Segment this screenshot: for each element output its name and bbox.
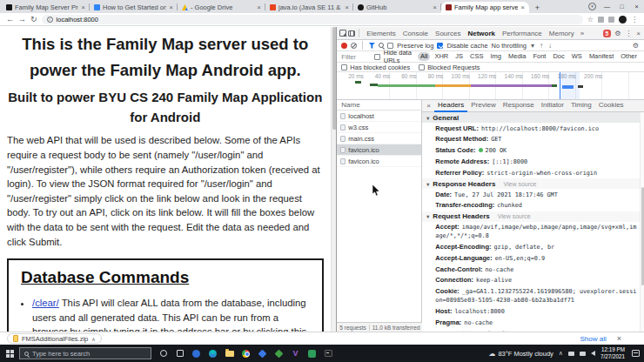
task-view-button[interactable] — [171, 345, 188, 362]
taskbar-search-input[interactable]: Type here to search — [19, 347, 151, 359]
hidden-icons-caret[interactable]: ∧ — [559, 350, 563, 357]
download-item[interactable]: FMSAdditionalFiles.zip ∧ — [7, 333, 102, 344]
app-button[interactable] — [188, 345, 205, 362]
filter-pill[interactable]: CSS — [467, 52, 486, 61]
extension-icon[interactable] — [598, 17, 604, 23]
throttling-dropdown-icon[interactable]: ▾ — [530, 42, 535, 50]
hide-data-urls-checkbox[interactable] — [374, 54, 380, 60]
name-column-header[interactable]: Name — [337, 100, 421, 111]
devtools-tab[interactable]: Sources — [432, 27, 464, 40]
blocked-option[interactable]: Blocked Requests — [419, 64, 480, 71]
details-tab[interactable]: Preview — [467, 100, 499, 112]
profile-avatar[interactable] — [619, 16, 627, 23]
filter-input[interactable]: Filter — [341, 53, 370, 61]
filter-pill[interactable]: Img — [487, 52, 504, 61]
throttling-select[interactable]: No throttling — [492, 42, 527, 50]
request-row[interactable]: favicon.ico — [337, 156, 421, 167]
url-input[interactable]: i localhost:8000 — [42, 15, 583, 24]
page-scrollbar[interactable] — [331, 27, 337, 332]
device-toolbar-icon[interactable] — [348, 30, 355, 37]
tab-close-icon[interactable]: × — [81, 3, 85, 11]
maximize-button[interactable]: □ — [614, 0, 629, 12]
devtools-tab[interactable]: Console — [399, 27, 432, 40]
new-tab-button[interactable]: + — [532, 2, 543, 13]
minimize-button[interactable]: — — [600, 0, 614, 12]
error-count-badge[interactable]: 5 — [603, 30, 612, 37]
browser-tab[interactable]: Family Map app server × — [441, 2, 529, 13]
app-button[interactable] — [304, 345, 320, 362]
search-icon[interactable] — [379, 43, 384, 48]
tray-app-icon[interactable] — [568, 352, 574, 356]
record-icon[interactable] — [341, 43, 347, 49]
start-button[interactable] — [0, 345, 19, 362]
action-center-icon[interactable] — [632, 350, 640, 357]
browser-tab[interactable]: java.io (Java SE 11 & JDK 11) × — [265, 2, 353, 13]
cortana-button[interactable] — [155, 345, 171, 362]
browser-menu-kebab-icon[interactable]: ⋮ — [631, 16, 638, 23]
extension-icon[interactable] — [608, 17, 614, 23]
reload-icon[interactable]: ↻ — [30, 15, 37, 23]
back-icon[interactable]: ← — [6, 15, 14, 23]
details-tab[interactable]: Headers — [434, 100, 467, 112]
close-shelf-icon[interactable]: × — [617, 334, 621, 343]
tab-close-icon[interactable]: × — [345, 3, 349, 11]
site-info-icon[interactable]: i — [47, 17, 53, 23]
browser-tab[interactable]: GitHub × — [353, 2, 441, 13]
devtools-tab[interactable]: Performance — [499, 27, 546, 40]
request-headers-section-header[interactable]: ▾ Request Headers View source — [422, 211, 644, 222]
details-tab[interactable]: Timing — [567, 100, 595, 112]
close-button[interactable]: × — [629, 0, 644, 12]
devtools-menu-kebab-icon[interactable]: ⋮ — [624, 30, 633, 37]
filter-pill[interactable]: Doc — [550, 52, 567, 61]
file-explorer-button[interactable] — [221, 345, 238, 362]
view-source-link[interactable]: View source — [503, 181, 536, 187]
browser-tab[interactable]: - Google Drive × — [178, 2, 265, 13]
filter-pill[interactable]: Manifest — [587, 52, 616, 61]
import-har-icon[interactable]: ↑ — [539, 42, 544, 50]
weather-widget[interactable]: ☁ 83°F Mostly cloudy — [488, 350, 553, 358]
filter-pill[interactable]: WS — [569, 52, 585, 61]
request-row[interactable]: w3.css — [337, 122, 421, 133]
terminal-button[interactable] — [320, 345, 337, 362]
app-button[interactable] — [271, 345, 287, 362]
general-section-header[interactable]: ▾ General — [422, 112, 644, 123]
close-details-icon[interactable]: × — [424, 102, 433, 110]
browser-tab[interactable]: Family Map Server Program doc × — [2, 2, 90, 13]
details-tab[interactable]: Response — [500, 100, 538, 112]
chrome-button[interactable] — [238, 345, 254, 362]
network-overview-timeline[interactable]: 20 ms40 ms60 ms80 ms100 ms120 ms140 ms16… — [337, 72, 644, 100]
details-tab[interactable]: Cookies — [595, 100, 627, 112]
devtools-close-icon[interactable]: × — [635, 30, 641, 37]
devtools-settings-gear-icon[interactable]: ⚙ — [614, 30, 621, 37]
network-settings-gear-icon[interactable]: ⚙ — [632, 42, 640, 50]
response-headers-section-header[interactable]: ▾ Response Headers View source — [422, 178, 644, 189]
filter-funnel-icon[interactable] — [368, 43, 375, 49]
filter-pill[interactable]: All — [418, 52, 430, 61]
tab-close-icon[interactable]: × — [169, 3, 173, 11]
filter-pill[interactable]: JS — [453, 52, 466, 61]
blocked-option[interactable]: Has blocked cookies — [341, 64, 410, 71]
filter-pill[interactable]: XHR — [432, 52, 451, 61]
request-row[interactable]: favicon.ico — [337, 144, 421, 156]
tab-search-button[interactable]: ▾ — [585, 0, 600, 12]
checkbox[interactable] — [419, 64, 425, 70]
filter-pill[interactable]: Media — [506, 52, 528, 61]
request-row[interactable]: localhost — [337, 111, 421, 122]
preserve-log-checkbox[interactable] — [387, 43, 393, 49]
more-tabs-icon[interactable]: » — [580, 30, 585, 37]
devtools-tab[interactable]: Network — [464, 27, 499, 40]
bookmark-star-icon[interactable]: ☆ — [587, 16, 594, 23]
show-all-downloads-link[interactable]: Show all — [580, 335, 606, 343]
view-source-link[interactable]: View source — [498, 213, 531, 219]
tray-app-icon[interactable] — [580, 352, 586, 356]
devtools-tab[interactable]: Memory — [546, 27, 578, 40]
tab-close-icon[interactable]: × — [520, 3, 525, 11]
checkbox[interactable] — [341, 64, 347, 70]
download-menu-caret-icon[interactable]: ∧ — [91, 336, 95, 342]
browser-tab[interactable]: How to Get Started on the Fami × — [90, 2, 178, 13]
visual-studio-button[interactable]: V — [287, 345, 304, 362]
filter-pill[interactable]: Other — [618, 52, 640, 61]
app-button[interactable] — [254, 345, 271, 362]
clear-api-link[interactable]: /clear/ — [32, 298, 59, 308]
tab-close-icon[interactable]: × — [433, 3, 437, 11]
